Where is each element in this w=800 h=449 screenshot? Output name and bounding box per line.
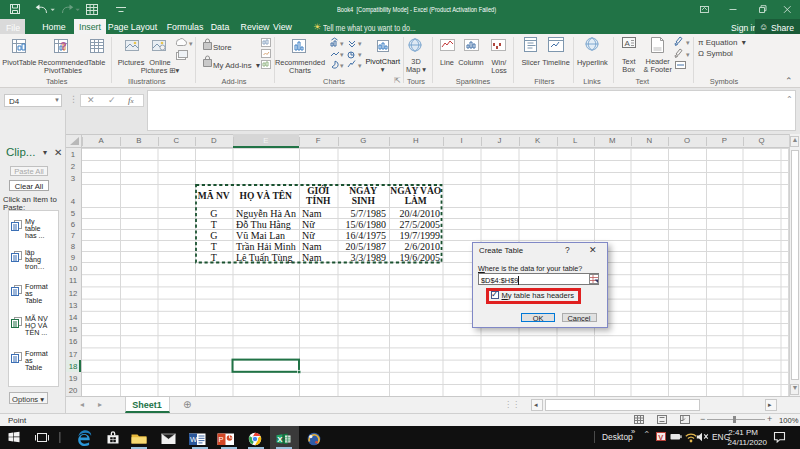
svg-text:▾: ▾: [340, 40, 344, 47]
svg-text:▾: ▾: [340, 62, 344, 69]
svg-text:W: W: [190, 435, 198, 444]
svg-text:P: P: [219, 435, 224, 444]
svg-text:▾: ▾: [340, 51, 344, 58]
svg-text:A: A: [625, 39, 631, 48]
svg-text:▾: ▾: [358, 51, 362, 58]
svg-text:▾: ▾: [686, 51, 690, 58]
svg-text:?: ?: [60, 40, 67, 52]
svg-text:▾: ▾: [189, 40, 193, 47]
svg-text:▾: ▾: [686, 39, 690, 46]
svg-text:X: X: [277, 435, 283, 444]
svg-text:▾: ▾: [358, 40, 362, 47]
svg-text:▾: ▾: [358, 62, 362, 69]
